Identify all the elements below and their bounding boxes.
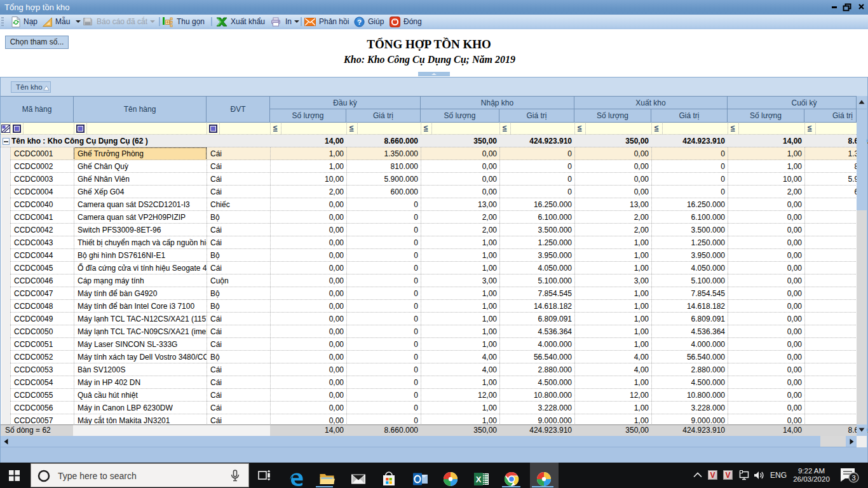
svg-text:X: X <box>476 475 482 484</box>
svg-text:3: 3 <box>851 474 855 482</box>
svg-text:?: ? <box>357 18 362 26</box>
